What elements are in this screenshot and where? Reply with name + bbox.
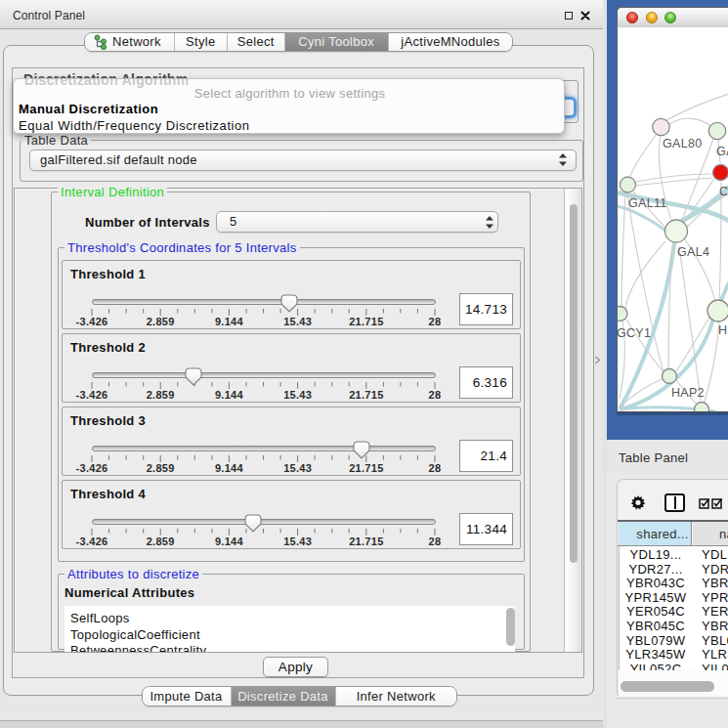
svg-text:GCY1: GCY1	[618, 326, 651, 340]
svg-text:GAL80: GAL80	[663, 137, 702, 150]
svg-text:HAP2: HAP2	[671, 386, 705, 400]
svg-text:C: C	[719, 185, 728, 198]
svg-text:GAL4: GAL4	[677, 245, 709, 259]
svg-text:GAL11: GAL11	[628, 196, 667, 210]
svg-text:GA: GA	[716, 145, 728, 158]
svg-text:H: H	[718, 323, 727, 337]
